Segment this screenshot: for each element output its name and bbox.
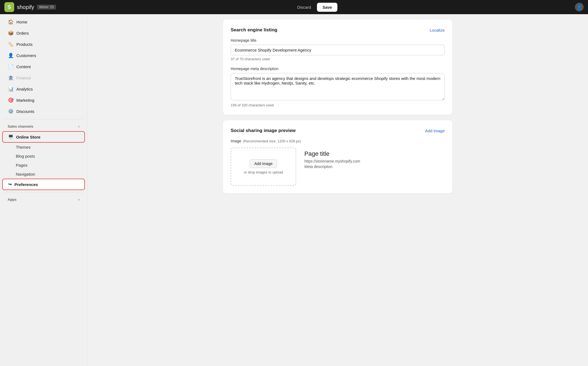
- content-inner: Search engine listing Localize Homepage …: [215, 14, 461, 199]
- social-card-header: Social sharing image preview Add image: [231, 128, 445, 133]
- products-icon: 🏷️: [8, 41, 14, 47]
- shopify-logo-icon: S: [4, 2, 14, 12]
- sidebar-item-label: Products: [16, 42, 32, 47]
- marketing-icon: 🎯: [8, 97, 14, 103]
- avatar[interactable]: 👤: [575, 3, 584, 11]
- save-button[interactable]: Save: [317, 3, 337, 12]
- sidebar-divider-2: [4, 192, 83, 193]
- main-layout: 🏠 Home 📦 Orders 🏷️ Products 👤 Customers …: [0, 14, 588, 366]
- sidebar-item-content[interactable]: 📄 Content: [2, 61, 85, 72]
- shopify-wordmark: shopify: [17, 4, 34, 10]
- sidebar-item-label: Analytics: [16, 87, 33, 91]
- social-preview-desc: Meta description: [304, 164, 442, 169]
- analytics-icon: 📊: [8, 86, 14, 92]
- add-image-button[interactable]: Add image: [250, 159, 277, 168]
- sidebar-divider: [4, 119, 83, 119]
- discounts-icon: ⚙️: [8, 109, 14, 114]
- social-image-area: Add image or drop images to upload Page …: [231, 148, 445, 186]
- topbar: S shopify Winter '25 Discard Save 👤: [0, 0, 588, 14]
- orders-icon: 📦: [8, 30, 14, 36]
- homepage-title-group: Homepage title 37 of 70 characters used: [231, 38, 445, 61]
- sidebar-item-label: Home: [16, 20, 27, 24]
- sidebar-item-online-store[interactable]: 🖥️ Online Store: [2, 131, 85, 143]
- sidebar-item-products[interactable]: 🏷️ Products: [2, 39, 85, 50]
- finance-icon: 🏦: [8, 75, 14, 81]
- homepage-title-char-count: 37 of 70 characters used: [231, 57, 445, 61]
- discard-button[interactable]: Discard: [293, 3, 315, 12]
- social-preview: Page title https://storename.myshopify.c…: [302, 148, 445, 186]
- sidebar-item-label: Online Store: [16, 135, 40, 139]
- search-engine-title: Search engine listing: [231, 27, 277, 33]
- meta-desc-char-count: 156 of 320 characters used: [231, 103, 445, 107]
- meta-desc-textarea[interactable]: [231, 73, 445, 100]
- topbar-left: S shopify Winter '25: [4, 2, 56, 12]
- sidebar-item-preferences[interactable]: ↪ Preferences: [2, 179, 85, 190]
- add-image-link[interactable]: Add image: [425, 128, 445, 133]
- themes-label: Themes: [16, 145, 31, 149]
- sales-channels-header[interactable]: Sales channels ›: [2, 122, 85, 131]
- blog-posts-label: Blog posts: [16, 154, 35, 158]
- meta-desc-label: Homepage meta description: [231, 67, 445, 71]
- home-icon: 🏠: [8, 19, 14, 25]
- localize-link[interactable]: Localize: [430, 28, 445, 32]
- homepage-title-label: Homepage title: [231, 38, 445, 43]
- topbar-right: 👤: [575, 3, 584, 11]
- sidebar-item-discounts[interactable]: ⚙️ Discounts: [2, 106, 85, 117]
- image-rec-size: (Recommended size: 1200 x 628 px): [243, 139, 301, 143]
- social-sharing-title: Social sharing image preview: [231, 128, 296, 133]
- social-preview-title: Page title: [304, 150, 442, 157]
- sidebar-sub-item-pages[interactable]: Pages: [2, 161, 85, 170]
- preferences-icon: ↪: [8, 182, 12, 187]
- image-field-label: Image (Recommended size: 1200 x 628 px): [231, 139, 445, 143]
- upload-hint: or drop images to upload: [244, 170, 283, 174]
- sidebar-item-analytics[interactable]: 📊 Analytics: [2, 83, 85, 95]
- sidebar-item-customers[interactable]: 👤 Customers: [2, 50, 85, 61]
- sidebar-sub-item-navigation[interactable]: Navigation: [2, 170, 85, 179]
- search-engine-card: Search engine listing Localize Homepage …: [223, 20, 452, 115]
- topbar-actions: Discard Save: [293, 3, 338, 12]
- social-sharing-card: Social sharing image preview Add image I…: [223, 120, 452, 193]
- sidebar-item-label: Customers: [16, 53, 36, 58]
- customers-icon: 👤: [8, 53, 14, 58]
- image-upload-box[interactable]: Add image or drop images to upload: [231, 148, 296, 186]
- sidebar-item-home[interactable]: 🏠 Home: [2, 16, 85, 28]
- chevron-right-icon-apps: ›: [78, 197, 79, 202]
- version-badge: Winter '25: [37, 5, 56, 10]
- sidebar-item-label: Discounts: [16, 109, 34, 114]
- card-header: Search engine listing Localize: [231, 27, 445, 33]
- chevron-right-icon: ›: [78, 124, 79, 128]
- sidebar-item-label: Orders: [16, 31, 29, 35]
- sidebar-item-finance: 🏦 Finance: [2, 72, 85, 83]
- social-preview-url: https://storename.myshopify.com: [304, 159, 442, 163]
- navigation-label: Navigation: [16, 172, 35, 176]
- homepage-title-input[interactable]: [231, 45, 445, 55]
- sales-channels-label: Sales channels: [8, 124, 33, 128]
- sidebar-item-label: Content: [16, 64, 31, 69]
- sidebar-sub-item-themes[interactable]: Themes: [2, 143, 85, 152]
- pages-label: Pages: [16, 163, 28, 167]
- content-area: Search engine listing Localize Homepage …: [87, 14, 588, 366]
- sidebar-sub-item-blog-posts[interactable]: Blog posts: [2, 152, 85, 161]
- image-label-text: Image: [231, 139, 241, 143]
- sidebar: 🏠 Home 📦 Orders 🏷️ Products 👤 Customers …: [0, 14, 87, 366]
- preferences-label: Preferences: [14, 182, 38, 187]
- sidebar-item-marketing[interactable]: 🎯 Marketing: [2, 95, 85, 106]
- meta-description-group: Homepage meta description 156 of 320 cha…: [231, 67, 445, 107]
- apps-header[interactable]: Apps ›: [2, 195, 85, 204]
- content-icon: 📄: [8, 64, 14, 70]
- sidebar-item-orders[interactable]: 📦 Orders: [2, 28, 85, 39]
- online-store-icon: 🖥️: [8, 134, 13, 139]
- sidebar-item-label: Finance: [16, 76, 31, 80]
- apps-label: Apps: [8, 197, 17, 202]
- sidebar-item-label: Marketing: [16, 98, 34, 103]
